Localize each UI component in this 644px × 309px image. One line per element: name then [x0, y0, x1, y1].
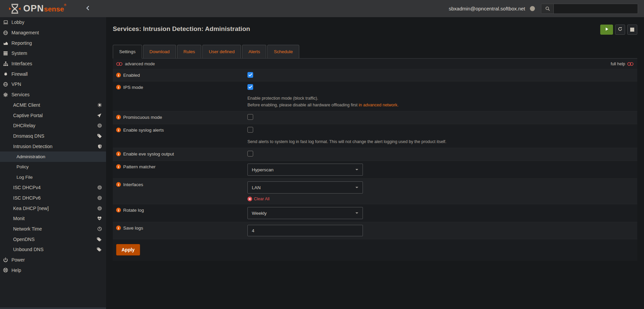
sidebar-item-dnsmasq-dns[interactable]: Dnsmasq DNS	[0, 131, 106, 141]
sidebar-item-label: Unbound DNS	[13, 247, 43, 252]
sidebar-item-label: Log File	[16, 175, 33, 180]
globe-icon	[3, 30, 8, 35]
sidebar-item-label: ACME Client	[13, 102, 40, 108]
bullseye-icon	[97, 185, 102, 190]
sidebar-item-dhcrelay[interactable]: DHCRelay	[0, 121, 106, 131]
info-icon[interactable]: i	[116, 208, 121, 212]
start-service-button[interactable]	[600, 25, 613, 35]
sidebar-item-policy[interactable]: Policy	[0, 162, 106, 172]
sidebar-item-monit[interactable]: Monit	[0, 213, 106, 224]
search-input[interactable]	[554, 4, 638, 13]
sidebar-item-captive-portal[interactable]: Captive Portal	[0, 110, 106, 121]
info-icon[interactable]: i	[116, 85, 121, 90]
sidebar-item-lobby[interactable]: Lobby	[0, 17, 106, 28]
field-label: Pattern matcher	[123, 164, 156, 169]
tab-user-defined[interactable]: User defined	[202, 45, 241, 58]
tab-settings[interactable]: Settings	[113, 45, 142, 58]
help-text: Send alerts to system log in fast log fo…	[247, 138, 449, 145]
stop-service-button[interactable]	[627, 25, 637, 35]
clear-all-button[interactable]: ✕ Clear All	[247, 197, 634, 201]
form-row-syslog-alerts: iEnable syslog alerts Send alerts to sys…	[113, 124, 637, 148]
field-label: IPS mode	[123, 85, 143, 90]
clock-icon	[97, 227, 102, 231]
sidebar-item-label: System	[11, 50, 27, 56]
form-row-pattern-matcher: iPattern matcher Hyperscan	[113, 161, 637, 179]
sidebar-item-log-file[interactable]: Log File	[0, 172, 106, 182]
form-row-ips-mode: iIPS mode Enable protection mode (block …	[113, 81, 637, 111]
sidebar-item-isc-dhcpv4[interactable]: ISC DHCPv4	[0, 182, 106, 193]
info-icon[interactable]: i	[116, 128, 121, 132]
info-icon[interactable]: i	[116, 151, 121, 156]
advanced-network-link[interactable]: in advanced network.	[359, 103, 399, 107]
caret-down-icon	[355, 186, 359, 189]
syslog-alerts-checkbox[interactable]	[247, 127, 253, 133]
clear-all-label: Clear All	[254, 197, 270, 201]
avatar[interactable]	[530, 6, 535, 11]
tab-download[interactable]: Download	[143, 45, 176, 58]
global-search	[541, 4, 638, 14]
sidebar-item-unbound-dns[interactable]: Unbound DNS	[0, 244, 106, 255]
ips-mode-checkbox[interactable]	[247, 84, 253, 90]
rotate-log-select[interactable]: Weekly	[247, 207, 363, 219]
sidebar-item-isc-dhcpv6[interactable]: ISC DHCPv6	[0, 193, 106, 203]
info-icon[interactable]: i	[116, 226, 121, 230]
promiscuous-mode-checkbox[interactable]	[247, 114, 253, 120]
sidebar-item-label: ISC DHCPv4	[13, 185, 41, 190]
opnsense-logo[interactable]: OPNsense®	[9, 3, 67, 14]
sidebar-item-administration[interactable]: Administration	[0, 151, 106, 162]
sidebar-item-label: Policy	[16, 164, 29, 169]
search-icon[interactable]	[541, 4, 554, 13]
sidebar-item-label: Dnsmasq DNS	[13, 133, 44, 139]
bullseye-icon	[97, 123, 102, 128]
bullseye-icon	[97, 206, 102, 211]
sidebar-item-system[interactable]: System	[0, 48, 106, 59]
sidebar-item-firewall[interactable]: Firewall	[0, 69, 106, 79]
globe-icon	[3, 82, 8, 87]
sidebar-item-intrusion-detection[interactable]: Intrusion Detection	[0, 141, 106, 151]
tab-rules[interactable]: Rules	[177, 45, 202, 58]
sidebar-item-opendns[interactable]: OpenDNS	[0, 234, 106, 244]
sidebar-item-services[interactable]: Services	[0, 90, 106, 100]
sidebar: Lobby Management Reporting System Interf…	[0, 17, 106, 309]
shield-icon	[98, 144, 102, 149]
area-chart-icon	[3, 41, 8, 45]
save-logs-input[interactable]	[247, 225, 363, 236]
circle-x-icon: ✕	[247, 197, 252, 201]
pattern-matcher-select[interactable]: Hyperscan	[247, 164, 363, 176]
laptop-icon	[3, 20, 8, 25]
caret-down-icon	[355, 212, 359, 214]
apply-button[interactable]: Apply	[116, 244, 140, 255]
enabled-checkbox[interactable]	[247, 72, 253, 78]
logo-text: OPNsense®	[23, 3, 67, 14]
sidebar-item-power[interactable]: Power	[0, 255, 106, 265]
eve-syslog-checkbox[interactable]	[247, 151, 253, 157]
sitemap-icon	[3, 61, 8, 66]
field-label: Rotate log	[123, 208, 144, 213]
sidebar-item-management[interactable]: Management	[0, 28, 106, 38]
info-icon[interactable]: i	[116, 182, 121, 187]
field-label: Enabled	[123, 73, 140, 78]
sidebar-collapse-button[interactable]	[86, 5, 90, 12]
info-icon[interactable]: i	[116, 164, 121, 169]
interfaces-select[interactable]: LAN	[247, 181, 363, 194]
tab-schedule[interactable]: Schedule	[267, 45, 299, 58]
field-label: Save logs	[123, 226, 143, 231]
top-bar: OPNsense® sbxadmin@opncentral.softbox.ne…	[0, 0, 644, 17]
sidebar-item-interfaces[interactable]: Interfaces	[0, 59, 106, 69]
sidebar-item-network-time[interactable]: Network Time	[0, 224, 106, 234]
advanced-mode-toggle[interactable]: advanced mode	[116, 62, 155, 66]
tab-bar: Settings Download Rules User defined Ale…	[113, 45, 637, 59]
sidebar-item-kea-dhcp[interactable]: Kea DHCP [new]	[0, 203, 106, 213]
sidebar-item-vpn[interactable]: VPN	[0, 79, 106, 90]
tab-alerts[interactable]: Alerts	[242, 45, 267, 58]
sidebar-item-help[interactable]: Help	[0, 265, 106, 276]
user-email[interactable]: sbxadmin@opncentral.softbox.net	[449, 6, 525, 11]
sidebar-item-reporting[interactable]: Reporting	[0, 38, 106, 48]
sidebar-item-acme-client[interactable]: ACME Client	[0, 100, 106, 110]
form-row-promiscuous-mode: iPromiscuous mode	[113, 111, 637, 124]
info-icon[interactable]: i	[116, 115, 121, 119]
sidebar-item-label: Lobby	[11, 20, 24, 25]
full-help-toggle[interactable]: full help	[611, 62, 634, 66]
info-icon[interactable]: i	[116, 73, 121, 77]
restart-service-button[interactable]	[615, 25, 625, 35]
